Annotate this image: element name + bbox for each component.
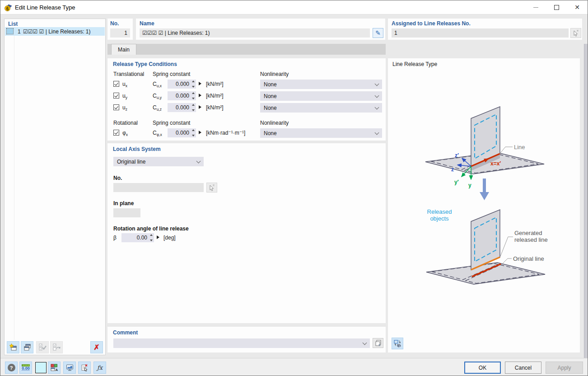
phix-nonlinearity-select[interactable]: None — [260, 128, 382, 138]
uz-label: uz — [122, 104, 127, 112]
monitor-icon — [66, 364, 74, 371]
detail-expand-arrow[interactable] — [199, 94, 201, 97]
tab-main[interactable]: Main — [111, 44, 136, 55]
cancel-button[interactable]: Cancel — [505, 362, 541, 374]
list-header: List — [8, 21, 18, 27]
generated-released-line-label: Generated released line — [514, 230, 551, 244]
no-value-field: 1 — [110, 28, 130, 38]
titlebar[interactable]: 6 Edit Line Release Type ✕ — [0, 0, 588, 14]
uz-checkbox[interactable] — [113, 104, 119, 110]
delete-selected-data-button[interactable] — [78, 362, 91, 374]
ux-checkbox[interactable] — [113, 81, 119, 87]
axis-system-select[interactable]: Original line — [113, 157, 204, 166]
delete-entry-button[interactable]: ✗ — [90, 341, 103, 353]
check-icon — [114, 81, 118, 85]
svg-text:A: A — [55, 368, 58, 371]
comment-copy-button[interactable] — [373, 338, 383, 348]
cuz-symbol: Cu,z — [153, 104, 162, 112]
name-value: ☑☑☑ ☑ | Line Releases: 1) — [142, 30, 210, 36]
cphix-symbol: Cφ,x — [153, 130, 162, 137]
minimize-button[interactable] — [525, 0, 546, 14]
maximize-icon — [554, 5, 559, 10]
spinner-arrows[interactable] — [191, 104, 195, 111]
phix-checkbox[interactable] — [113, 130, 119, 136]
cuz-spring-input[interactable]: 0.000 — [168, 103, 196, 112]
assigned-panel: Assigned to Line Releases No. 1 — [388, 19, 582, 40]
scrollbar[interactable] — [584, 44, 588, 358]
cuy-spring-input[interactable]: 0.000 — [168, 91, 196, 100]
pick-cursor-icon — [572, 29, 579, 37]
maximize-button[interactable] — [546, 0, 567, 14]
copy-windows-icon — [23, 343, 31, 351]
rendering-button[interactable] — [63, 362, 76, 374]
window-title: Edit Line Release Type — [15, 4, 75, 11]
detail-expand-arrow[interactable] — [199, 131, 201, 134]
cux-spring-input[interactable]: 0.000 — [168, 80, 196, 89]
release-transition-arrow — [480, 179, 489, 200]
display-properties-button[interactable]: A — [48, 362, 61, 374]
units-settings-button[interactable]: 0.00 — [19, 362, 32, 374]
uz-nonlinearity-select[interactable]: None — [260, 103, 382, 113]
spinner-arrows[interactable] — [191, 80, 195, 88]
units-icon: 0.00 — [22, 364, 30, 371]
detail-expand-arrow[interactable] — [157, 235, 159, 239]
item-number: 1 — [18, 28, 21, 35]
uncheck-icon — [53, 343, 61, 351]
spin-up-icon — [192, 129, 195, 131]
ok-button[interactable]: OK — [464, 362, 501, 374]
check-icon — [114, 130, 118, 134]
axis-no-pick-button[interactable] — [206, 183, 217, 193]
comment-input[interactable] — [113, 338, 370, 348]
spinner-arrows[interactable] — [191, 92, 195, 99]
name-label: Name — [140, 20, 154, 27]
detail-expand-arrow[interactable] — [199, 82, 201, 85]
ux-label: ux — [122, 81, 127, 88]
name-edit-button[interactable]: ✎ — [373, 28, 383, 38]
cuz-unit: [kN/m²] — [206, 104, 224, 111]
line-release-type-diagram-panel: Line Release Type z z′ y y′ x=x′ — [388, 58, 580, 352]
y-prime-axis-label: y′ — [454, 179, 459, 185]
new-entry-button[interactable] — [7, 341, 19, 353]
in-plane-label: In plane — [113, 200, 134, 207]
beta-input[interactable]: 0.00 — [121, 233, 154, 242]
close-button[interactable]: ✕ — [567, 0, 588, 14]
cux-unit: [kN/m²] — [206, 81, 224, 87]
spin-up-icon — [150, 234, 153, 236]
spinner-arrows[interactable] — [149, 234, 153, 241]
rotation-angle-label: Rotation angle of line release — [113, 226, 189, 232]
help-button[interactable]: ? — [5, 362, 18, 374]
toggle-3d-view-button[interactable] — [392, 338, 403, 349]
chevron-down-icon — [196, 159, 201, 164]
ux-nonlinearity-select[interactable]: None — [260, 80, 382, 89]
uy-nonlinearity-select[interactable]: None — [260, 91, 382, 101]
spin-down-icon — [150, 240, 153, 241]
spinner-arrows[interactable] — [191, 129, 195, 136]
uncheck-all-button[interactable] — [50, 341, 63, 353]
chevron-down-icon — [375, 105, 379, 110]
line-label-leader — [499, 147, 513, 154]
uy-checkbox[interactable] — [113, 93, 119, 99]
comment-card: Comment — [107, 327, 386, 352]
list-item[interactable]: 1 ☑☑☑ ☑ | Line Releases: 1) — [5, 27, 105, 36]
bottom-vertical-surface — [471, 210, 500, 270]
item-color-swatch[interactable] — [7, 28, 13, 34]
delete-icon: ✗ — [93, 344, 99, 351]
local-axis-card: Local Axis System Original line No. In p… — [107, 143, 386, 323]
name-input[interactable]: ☑☑☑ ☑ | Line Releases: 1) — [140, 28, 370, 38]
detail-expand-arrow[interactable] — [199, 105, 201, 109]
help-icon: ? — [8, 364, 15, 371]
no-label: No. — [110, 20, 119, 27]
svg-text:6: 6 — [6, 6, 9, 11]
background-color-swatch-button[interactable] — [35, 362, 47, 373]
released-objects-label: Released objects — [420, 208, 458, 222]
beta-unit: [deg] — [163, 235, 176, 241]
y-axis-label: y — [468, 182, 471, 188]
apply-button[interactable]: Apply — [546, 362, 583, 374]
check-all-button[interactable] — [36, 341, 49, 353]
cphix-spring-input[interactable]: 0.000 — [168, 128, 196, 137]
axis-no-field — [113, 183, 204, 192]
assigned-pick-button[interactable] — [570, 28, 581, 38]
spin-down-icon — [192, 98, 195, 99]
copy-entry-button[interactable] — [21, 341, 33, 353]
formula-button[interactable]: ƒx — [93, 362, 106, 374]
